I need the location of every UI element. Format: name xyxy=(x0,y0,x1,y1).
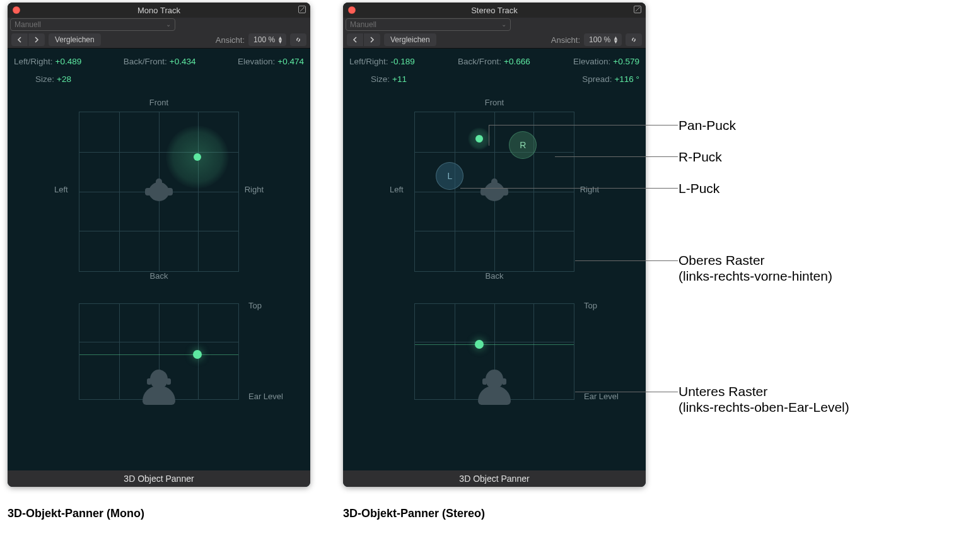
label-front: Front xyxy=(149,98,168,107)
callout-line-r xyxy=(555,156,678,157)
close-icon[interactable] xyxy=(348,6,356,14)
view-label: Ansicht: xyxy=(551,35,580,45)
callout-line-pan xyxy=(489,125,678,125)
label-right: Right xyxy=(245,185,264,194)
size-value: +28 xyxy=(57,74,71,84)
caption-stereo: 3D-Objekt-Panner (Stereo) xyxy=(343,507,485,520)
compare-button[interactable]: Vergleichen xyxy=(384,33,436,46)
callout-line-pan-v xyxy=(489,125,489,146)
callout-line-upper xyxy=(575,260,678,261)
readout-bf[interactable]: Back/Front: +0.434 xyxy=(124,57,196,66)
spread-value: +116 ° xyxy=(614,74,639,84)
elevation-puck[interactable] xyxy=(475,340,484,349)
upper-grid-wrap: Front Back Left Right xyxy=(8,98,310,281)
titlebar: Mono Track xyxy=(8,3,310,18)
window-title: Mono Track xyxy=(8,6,310,15)
listener-head-back-icon xyxy=(484,370,505,404)
pan-puck[interactable] xyxy=(475,135,483,143)
stepper-icon: ▲▼ xyxy=(277,36,282,44)
panel-mono: Mono Track Manuell ⌄ Vergleichen Ansicht… xyxy=(8,3,310,487)
label-front: Front xyxy=(485,98,504,107)
readout-lr[interactable]: Left/Right: +0.489 xyxy=(14,57,81,66)
preset-bar: Manuell ⌄ xyxy=(343,18,646,32)
readout-size[interactable]: Size: +28 xyxy=(14,74,71,84)
titlebar: Stereo Track xyxy=(343,3,646,18)
spread-label: Spread: xyxy=(582,74,612,84)
stage: Mono Track Manuell ⌄ Vergleichen Ansicht… xyxy=(0,0,961,560)
callout-pan: Pan-Puck xyxy=(679,117,736,133)
toolbar: Vergleichen Ansicht: 100 % ▲▼ xyxy=(343,32,646,49)
lower-grid-wrap: Top Ear Level xyxy=(343,303,646,429)
chevron-down-icon: ⌄ xyxy=(501,21,506,28)
size-label: Size: xyxy=(371,74,390,84)
callout-line-l xyxy=(460,188,678,189)
readout-lr[interactable]: Left/Right: -0.189 xyxy=(349,57,415,66)
lower-grid-wrap: Top Ear Level xyxy=(8,303,310,429)
link-button[interactable] xyxy=(290,33,306,46)
nav-seg xyxy=(347,33,380,46)
zoom-value: 100 % xyxy=(253,35,275,44)
elevation-line xyxy=(415,344,574,345)
pan-puck[interactable] xyxy=(194,153,201,161)
label-right: Right xyxy=(580,185,599,194)
next-button[interactable] xyxy=(28,33,45,46)
zoom-select[interactable]: 100 % ▲▼ xyxy=(584,33,622,46)
bf-value: +0.434 xyxy=(170,57,196,66)
readout-spread[interactable]: Spread: +116 ° xyxy=(582,74,639,84)
lower-grid[interactable] xyxy=(414,303,574,400)
nav-seg xyxy=(11,33,45,46)
lr-label: Left/Right: xyxy=(14,57,53,66)
expand-icon[interactable] xyxy=(298,5,306,14)
next-button[interactable] xyxy=(364,33,380,46)
stepper-icon: ▲▼ xyxy=(613,36,618,44)
compare-button[interactable]: Vergleichen xyxy=(49,33,101,46)
view-label: Ansicht: xyxy=(216,35,245,45)
lower-grid[interactable] xyxy=(79,303,239,400)
readouts: Left/Right: -0.189 Back/Front: +0.666 El… xyxy=(343,49,646,88)
r-puck[interactable]: R xyxy=(509,131,537,159)
caption-mono: 3D-Objekt-Panner (Mono) xyxy=(8,507,144,520)
readout-el[interactable]: Elevation: +0.579 xyxy=(573,57,639,66)
bf-value: +0.666 xyxy=(504,57,530,66)
zoom-value: 100 % xyxy=(589,35,610,44)
plugin-name: 3D Object Panner xyxy=(343,470,646,487)
prev-button[interactable] xyxy=(347,33,364,46)
zoom-select[interactable]: 100 % ▲▼ xyxy=(248,33,286,46)
chevron-down-icon: ⌄ xyxy=(166,21,171,28)
callout-r: R-Puck xyxy=(679,149,722,165)
preset-value: Manuell xyxy=(350,20,376,29)
bf-label: Back/Front: xyxy=(458,57,501,66)
link-button[interactable] xyxy=(626,33,642,46)
listener-head-icon xyxy=(145,180,173,203)
listener-head-icon xyxy=(480,180,508,203)
prev-button[interactable] xyxy=(11,33,28,46)
label-back: Back xyxy=(486,271,504,281)
toolbar: Vergleichen Ansicht: 100 % ▲▼ xyxy=(8,32,310,49)
window-title: Stereo Track xyxy=(343,6,646,15)
readout-bf[interactable]: Back/Front: +0.666 xyxy=(458,57,530,66)
callout-l: L-Puck xyxy=(679,180,719,196)
preset-bar: Manuell ⌄ xyxy=(8,18,310,32)
upper-grid[interactable]: L R xyxy=(414,112,574,272)
expand-icon[interactable] xyxy=(633,5,642,14)
lr-label: Left/Right: xyxy=(349,57,388,66)
el-value: +0.474 xyxy=(277,57,304,66)
label-ear: Ear Level xyxy=(248,392,283,401)
elevation-puck[interactable] xyxy=(193,350,202,359)
panel-stereo: Stereo Track Manuell ⌄ Vergleichen Ansic… xyxy=(343,3,646,487)
label-ear: Ear Level xyxy=(584,392,619,401)
el-label: Elevation: xyxy=(238,57,275,66)
lr-value: +0.489 xyxy=(55,57,82,66)
callout-lower: Unteres Raster(links-rechts-oben-Ear-Lev… xyxy=(679,383,849,415)
callout-upper: Oberes Raster(links-rechts-vorne-hinten) xyxy=(679,252,832,284)
close-icon[interactable] xyxy=(13,6,20,14)
label-left: Left xyxy=(390,185,404,194)
label-top: Top xyxy=(584,301,597,310)
preset-select[interactable]: Manuell ⌄ xyxy=(10,18,175,31)
upper-grid[interactable] xyxy=(79,112,239,272)
readout-el[interactable]: Elevation: +0.474 xyxy=(238,57,304,66)
l-puck[interactable]: L xyxy=(436,162,463,190)
readout-size[interactable]: Size: +11 xyxy=(349,74,407,84)
callout-line-lower xyxy=(575,392,678,392)
preset-select[interactable]: Manuell ⌄ xyxy=(346,18,511,31)
